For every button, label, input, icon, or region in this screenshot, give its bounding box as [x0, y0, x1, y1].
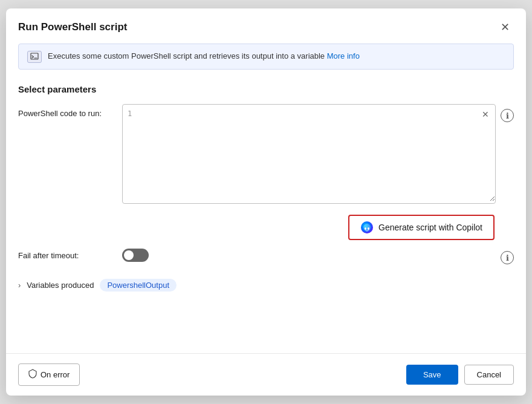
- code-textarea[interactable]: [123, 105, 495, 201]
- timeout-toggle[interactable]: [122, 249, 149, 262]
- close-button[interactable]: ✕: [496, 18, 514, 36]
- code-field-label: PowerShell code to run:: [18, 104, 115, 118]
- dialog-footer: On error Save Cancel: [6, 353, 526, 396]
- info-banner-text: Executes some custom PowerShell script a…: [48, 50, 505, 62]
- generate-script-button[interactable]: Generate script with Copilot: [348, 215, 495, 240]
- code-info-icon[interactable]: ℹ: [501, 109, 514, 122]
- chevron-icon[interactable]: ›: [18, 281, 21, 290]
- dialog-header: Run PowerShell script ✕: [6, 8, 526, 44]
- svg-point-3: [368, 227, 369, 230]
- copilot-btn-wrap: Generate script with Copilot: [6, 211, 526, 246]
- code-textarea-wrap: 1 ✕: [122, 104, 496, 204]
- save-button[interactable]: Save: [406, 365, 458, 385]
- variable-badge: PowershellOutput: [100, 279, 177, 292]
- copilot-button-label: Generate script with Copilot: [378, 223, 482, 232]
- toggle-wrap: ℹ: [122, 246, 514, 264]
- on-error-label: On error: [41, 370, 70, 379]
- more-info-link[interactable]: More info: [327, 51, 360, 60]
- footer-right: Save Cancel: [406, 365, 514, 385]
- variables-section: › Variables produced PowershellOutput: [6, 269, 526, 296]
- info-banner: Executes some custom PowerShell script a…: [18, 44, 514, 70]
- run-powershell-dialog: Run PowerShell script ✕ Executes some cu…: [6, 8, 526, 396]
- clear-code-button[interactable]: ✕: [479, 108, 491, 120]
- dialog-title: Run PowerShell script: [18, 21, 127, 33]
- svg-point-2: [365, 227, 366, 230]
- shield-icon: [28, 369, 37, 380]
- section-title: Select parameters: [6, 79, 526, 104]
- terminal-icon: [27, 51, 42, 63]
- code-field-wrap: 1 ✕ ℹ: [122, 104, 514, 204]
- footer-left: On error: [18, 363, 80, 386]
- on-error-button[interactable]: On error: [18, 363, 80, 386]
- timeout-row: Fail after timeout: ℹ: [6, 246, 526, 264]
- cancel-button[interactable]: Cancel: [464, 365, 514, 385]
- timeout-info-icon[interactable]: ℹ: [501, 251, 514, 264]
- copilot-icon: [360, 221, 374, 234]
- toggle-knob: [124, 250, 134, 260]
- code-field-row: PowerShell code to run: 1 ✕ ℹ: [6, 104, 526, 204]
- timeout-label: Fail after timeout:: [18, 251, 115, 260]
- variables-label: Variables produced: [27, 281, 94, 290]
